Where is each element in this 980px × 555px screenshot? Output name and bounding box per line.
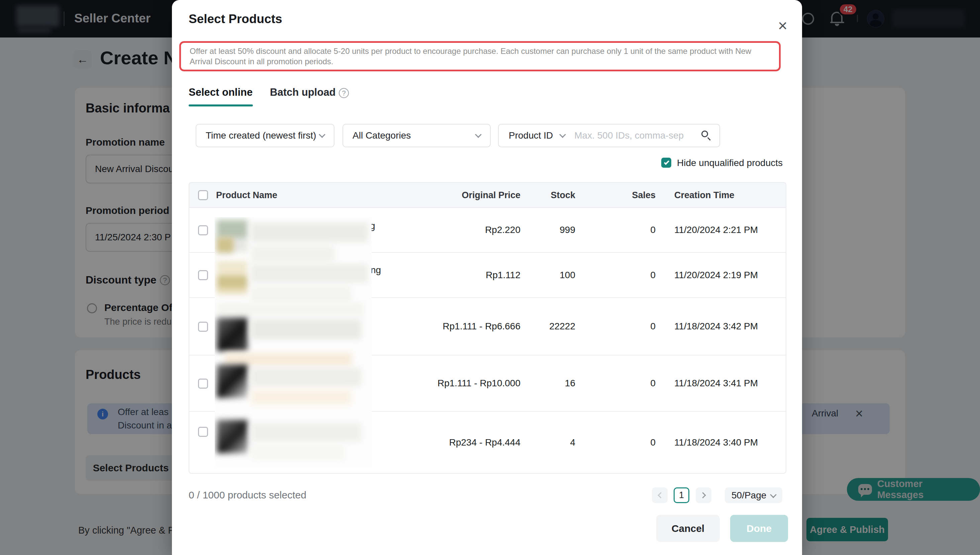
tab-select-online[interactable]: Select online xyxy=(189,87,253,98)
row-checkbox[interactable] xyxy=(198,427,208,437)
cell-sales: 0 xyxy=(650,208,655,252)
chevron-right-icon xyxy=(700,492,706,498)
cell-stock: 16 xyxy=(565,356,575,411)
row-checkbox[interactable] xyxy=(198,322,208,332)
check-icon xyxy=(664,159,669,165)
search-input-placeholder[interactable]: Max. 500 IDs, comma-sep xyxy=(574,130,688,141)
col-sales: Sales xyxy=(632,183,655,208)
cell-stock: 100 xyxy=(560,253,575,297)
select-products-modal: Select Products × Offer at least 50% dis… xyxy=(172,0,802,555)
screen: Seller Center 42 ← Create N Basic inform… xyxy=(0,0,980,555)
select-all-checkbox[interactable] xyxy=(198,190,208,200)
pagination-prev-button[interactable] xyxy=(652,488,668,503)
search-type-label: Product ID xyxy=(509,130,553,141)
table-header: Product Name Original Price Stock Sales … xyxy=(189,183,786,208)
col-product-name: Product Name xyxy=(216,183,277,208)
cell-price: Rp1.111 - Rp6.666 xyxy=(443,298,520,355)
cell-sales: 0 xyxy=(650,253,655,297)
censored-product-media xyxy=(215,217,372,467)
cell-stock: 4 xyxy=(570,412,575,473)
row-checkbox[interactable] xyxy=(198,270,208,280)
modal-close-icon[interactable]: × xyxy=(773,16,792,35)
row-checkbox[interactable] xyxy=(198,379,208,389)
modal-title: Select Products xyxy=(189,12,282,26)
cell-price: Rp1.111 - Rp10.000 xyxy=(438,356,520,411)
cell-time: 11/20/2024 2:21 PM xyxy=(674,208,758,252)
cell-price: Rp1.112 xyxy=(486,253,520,297)
cell-time: 11/18/2024 3:42 PM xyxy=(674,298,758,355)
page-size-dropdown[interactable]: 50/Page xyxy=(725,488,782,503)
done-button[interactable]: Done xyxy=(730,515,788,542)
hide-unqualified-checkbox[interactable] xyxy=(661,158,671,168)
selected-count-text: 0 / 1000 products selected xyxy=(189,489,306,501)
pagination-next-button[interactable] xyxy=(696,488,711,503)
cancel-button[interactable]: Cancel xyxy=(656,515,720,542)
cell-sales: 0 xyxy=(650,298,655,355)
sort-dropdown[interactable]: Time created (newest first) xyxy=(196,124,334,147)
chevron-left-icon xyxy=(657,492,663,498)
chevron-down-icon xyxy=(475,131,482,138)
col-stock: Stock xyxy=(550,183,575,208)
cell-stock: 999 xyxy=(560,208,575,252)
cell-time: 11/20/2024 2:19 PM xyxy=(674,253,758,297)
cell-time: 11/18/2024 3:41 PM xyxy=(674,356,758,411)
cell-time: 11/18/2024 3:40 PM xyxy=(674,412,758,473)
chevron-down-icon xyxy=(319,131,325,138)
batch-upload-help-icon[interactable]: ? xyxy=(339,88,349,98)
col-creation-time: Creation Time xyxy=(674,183,734,208)
cell-sales: 0 xyxy=(650,356,655,411)
chevron-down-icon xyxy=(770,491,777,498)
tab-batch-upload[interactable]: Batch upload xyxy=(270,87,336,98)
product-name-fragment: ng xyxy=(371,265,381,276)
pagination-current-page[interactable]: 1 xyxy=(674,488,689,503)
product-id-search-box[interactable]: Product ID Max. 500 IDs, comma-sep xyxy=(498,124,720,147)
discount-requirement-notice: Offer at least 50% discount and allocate… xyxy=(179,41,781,71)
cell-stock: 22222 xyxy=(549,298,575,355)
active-tab-underline xyxy=(189,104,253,106)
col-original-price: Original Price xyxy=(462,183,520,208)
hide-unqualified-label: Hide unqualified products xyxy=(677,158,783,168)
cell-sales: 0 xyxy=(650,412,655,473)
category-dropdown[interactable]: All Categories xyxy=(342,124,491,147)
search-icon[interactable] xyxy=(701,130,711,141)
chevron-down-icon xyxy=(559,131,566,138)
products-table: Product Name Original Price Stock Sales … xyxy=(189,182,787,474)
cell-price: Rp2.220 xyxy=(485,208,520,252)
cell-price: Rp234 - Rp4.444 xyxy=(449,412,520,473)
row-checkbox[interactable] xyxy=(198,225,208,235)
